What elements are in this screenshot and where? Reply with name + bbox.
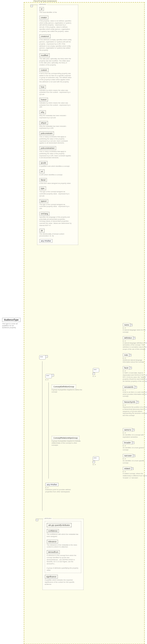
plus-icon[interactable]: + [132, 442, 134, 444]
attr-xml:lang: xml:lang [39, 212, 50, 216]
attr-custom: custom [39, 68, 49, 72]
attr-creatoruri: creatoruri [39, 34, 51, 38]
collapse-icon[interactable]: − [31, 5, 33, 7]
expand-icon[interactable]: − [93, 461, 95, 463]
attr-desc: Why the metadata has been included - exp… [39, 114, 72, 119]
attr-desc: A reference to the concept from which th… [47, 554, 79, 565]
cardinality: 0..∞ [123, 445, 147, 447]
plus-icon[interactable]: + [133, 455, 135, 457]
attr-modified: modified [39, 54, 50, 57]
attr-desc: The directionality of textual content (e… [39, 233, 72, 237]
plus-icon[interactable]: + [131, 468, 133, 470]
attr-literal: literal [39, 178, 47, 182]
sequence-icon [93, 368, 99, 372]
el-desc: Additional natural language information … [123, 359, 147, 363]
attr-typeuri: typeuri [39, 199, 48, 203]
cardinality: 0..∞ [123, 432, 147, 434]
plus-icon[interactable]: + [129, 367, 132, 369]
extension-label: Flex1PropType (extension) [33, 0, 58, 2]
attributes-label: attributes [44, 518, 52, 520]
cardinality: 0..∞ [123, 340, 147, 342]
sequence-icon [39, 355, 46, 360]
attr-desc: If the attribute is empty, specifies whi… [39, 39, 72, 51]
attr-desc: If set to true the corresponding propert… [39, 72, 72, 83]
element-related: related+ [123, 467, 132, 470]
quant-desc: A group of attributes quantifying the pr… [47, 567, 79, 571]
ext-desc: Extension point for provider-defined pro… [45, 488, 78, 493]
element-narrower: narrower+ [123, 454, 133, 458]
attr-desc: Indicates by which means the value was e… [39, 102, 72, 108]
attr-creator: creator [39, 16, 48, 20]
attr-desc: A free-text value assigned as property v… [39, 182, 72, 184]
el-desc: An identifier of a more generic concept. [123, 447, 147, 451]
plus-icon[interactable]: + [132, 429, 134, 431]
cardinality: 0..∞ [123, 404, 147, 406]
plus-icon[interactable]: + [136, 401, 139, 403]
cardinality: 0..∞ [123, 458, 147, 460]
attr-desc: Specifies the language of this property … [39, 216, 72, 226]
attr-relevance: relevance [47, 540, 58, 544]
cardinality: 0..∞ [123, 389, 147, 391]
attr-type: type [39, 186, 46, 190]
el-desc: A related concept, where the relationshi… [123, 472, 147, 479]
el-desc: Represents the position of a concept in … [123, 406, 147, 416]
element-hierarchyInfo: hierarchyInfo+ [123, 400, 137, 404]
attributes-box: attributes idThe local identifier of the… [37, 5, 78, 245]
plus-icon[interactable]: + [130, 324, 132, 326]
attr-desc: A URI which identifies a concept. [39, 174, 72, 176]
attr-desc: One or many constraints that apply to pu… [39, 150, 72, 159]
el-desc: A natural language definition of the sem… [123, 342, 147, 350]
plus-icon[interactable]: + [133, 337, 135, 339]
group-desc: A group of properties required to indica… [52, 440, 84, 446]
el-desc: An identifier of a concept with equivale… [123, 434, 147, 438]
el-desc: An identifier of a more specific concept… [123, 460, 147, 464]
cardinality: 0..∞ [123, 471, 147, 472]
attr-derivedfrom: derivedfrom [47, 550, 60, 554]
attr-desc: The local identifier of the [39, 11, 72, 14]
element-facet: facet+ [123, 366, 130, 370]
attr-howuri: howuri [39, 98, 48, 102]
expand-icon[interactable]: − [93, 372, 95, 375]
element-name: name+ [123, 323, 131, 326]
el-desc: A link to an item or a web resource whic… [123, 391, 147, 397]
concept-definition-group: ConceptDefinitionGroup [52, 384, 76, 389]
attr-why: why [39, 110, 46, 114]
attr-desc: The date (and, optionally, the time) whe… [39, 58, 72, 66]
element-broader: broader+ [123, 441, 132, 444]
el-desc: In NAR 1.8 and later, facet is deprecate… [123, 372, 147, 382]
plus-icon[interactable]: + [134, 386, 137, 388]
element-remoteInfo: remoteInfo+ [123, 385, 135, 389]
attr-id: id [39, 7, 44, 11]
attr-desc: One or many constraints that apply to pu… [39, 136, 72, 144]
expand-icon[interactable]: − [45, 355, 48, 358]
attr-desc: A qualifier which indicates the expected… [45, 579, 77, 585]
root-type: AudienceType [2, 318, 21, 322]
cardinality: 0..∞ [45, 379, 49, 381]
attr-whyuri: whyuri [39, 121, 48, 125]
attr-desc: If the property -value is not defined, s… [39, 20, 72, 32]
cardinality: 0..∞ [123, 357, 147, 359]
attr-how: how [39, 85, 46, 89]
cardinality: 0..∞ [123, 327, 147, 329]
attr-desc: Indicates by which means the value was e… [39, 89, 72, 96]
attributes-label: attributes [39, 4, 47, 5]
el-desc: A natural language name for the concept. [123, 329, 147, 333]
root-desc: The type to cover all qualifiers for an … [2, 323, 20, 328]
attr-pubconstrainturi: pubconstrainturi [39, 146, 56, 150]
attr-significance: significance [45, 575, 58, 578]
expand-icon[interactable]: − [52, 374, 54, 376]
attr-desc: The type of the concept assigned as cont… [39, 191, 72, 197]
attr-desc: The type of the concept assigned as cont… [39, 204, 72, 210]
plus-icon[interactable]: + [129, 354, 131, 356]
group-desc: A group of properties required to define… [52, 389, 84, 393]
attr-desc: The confidence with which the metadata h… [47, 533, 79, 538]
attr-dir: dir [39, 229, 45, 232]
cardinality: 0..∞ [93, 464, 99, 466]
attr-confidence: confidence [47, 529, 59, 533]
cardinality: 0..∞ [93, 375, 99, 377]
element-sameAs: sameAs+ [123, 428, 133, 432]
attr-pubconstraint: pubconstraint [39, 132, 54, 135]
collapse-icon[interactable]: − [36, 519, 38, 521]
attr-desc: The relevance of the metadata to the new… [47, 544, 79, 548]
any-other-ext: any ##other [45, 483, 59, 486]
